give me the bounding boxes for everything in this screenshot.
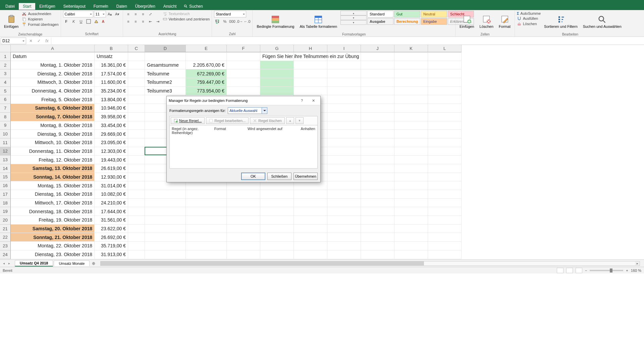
borders-button[interactable]	[85, 18, 92, 25]
group-label: Bearbeiten	[517, 32, 624, 37]
ribbon-tab-daten[interactable]: Daten	[112, 3, 131, 10]
formula-input[interactable]	[51, 38, 644, 44]
style-gut[interactable]: Gut	[394, 11, 420, 17]
italic-button[interactable]: K	[70, 18, 77, 25]
ribbon-tab-überprüfen[interactable]: Überprüfen	[131, 3, 159, 10]
close-button[interactable]: Schließen	[267, 173, 291, 180]
delete-cells-button[interactable]: Löschen	[478, 11, 496, 32]
move-rule-down-button[interactable]: ▼	[296, 117, 304, 124]
svg-rect-2	[10, 15, 13, 17]
sort-filter-button[interactable]: Sortieren und Filtern	[542, 11, 580, 32]
conditional-formatting-rules-manager-dialog: Manager für Regeln zur bedingten Formati…	[166, 96, 321, 182]
ribbon-tab-seitenlayout[interactable]: Seitenlayout	[59, 3, 90, 10]
view-page-layout-button[interactable]	[566, 268, 573, 273]
zoom-level[interactable]: 160 %	[631, 268, 641, 273]
copy-button[interactable]: Kopieren	[22, 17, 58, 21]
fill-button[interactable]: Ausfüllen	[517, 16, 541, 21]
cut-button[interactable]: Ausschneiden	[22, 11, 58, 16]
new-sheet-button[interactable]: ⊕	[90, 260, 97, 266]
shrink-font-button[interactable]: A▾	[114, 11, 121, 17]
worksheet-grid[interactable]: ABCDEFGHIJKL 123456789101112131415161718…	[0, 45, 644, 259]
zoom-in-button[interactable]: +	[626, 268, 628, 273]
ribbon-tab-datei[interactable]: Datei	[1, 3, 19, 10]
cancel-formula-icon[interactable]: ✕	[27, 38, 35, 44]
dialog-close-button[interactable]: ✕	[308, 98, 318, 104]
style-ausgabe[interactable]: Ausgabe	[367, 18, 393, 25]
align-center-button[interactable]: ≡	[132, 18, 139, 25]
style-standard[interactable]: Standard	[367, 11, 393, 17]
tell-me-search[interactable]: Suchen	[180, 4, 206, 9]
inc-decimal-button[interactable]: .0→	[236, 18, 243, 25]
format-as-table-button[interactable]: Als Tabelle formatieren	[298, 11, 339, 32]
indent-inc-button[interactable]: ⇥	[155, 18, 161, 25]
format-cells-button[interactable]: Format	[497, 11, 513, 32]
group-label: Ausrichtung	[125, 32, 210, 37]
font-name-combo[interactable]: Calibri	[63, 11, 93, 17]
underline-button[interactable]: U	[78, 18, 85, 25]
ribbon-tab-start[interactable]: Start	[19, 3, 35, 10]
percent-button[interactable]: %	[221, 18, 228, 25]
group-cells: Einfügen Löschen Format Zellen	[455, 10, 515, 37]
align-top-button[interactable]: ≡	[125, 11, 132, 17]
indent-dec-button[interactable]: ⇤	[147, 18, 154, 25]
ribbon-tab-einfügen[interactable]: Einfügen	[35, 3, 59, 10]
name-box[interactable]: D12	[1, 38, 26, 44]
accounting-button[interactable]: 💱	[214, 18, 221, 25]
orientation-button[interactable]: ⤢	[147, 11, 154, 17]
move-rule-up-button[interactable]: ▲	[286, 117, 294, 124]
find-select-button[interactable]: Suchen und Auswählen	[581, 11, 624, 32]
zoom-out-button[interactable]: −	[585, 268, 587, 273]
paste-button[interactable]: Einfügen	[2, 11, 20, 32]
show-rules-for-combo[interactable]: Aktuelle Auswahl	[228, 107, 267, 114]
cell-styles-gallery[interactable]: Standard Gut Neutral Schlecht ▴▾▾ Ausgab…	[340, 11, 453, 25]
gallery-up[interactable]: ▴	[340, 11, 367, 15]
edit-rule-button[interactable]: Regel bearbeiten...	[206, 117, 249, 124]
dec-decimal-button[interactable]: ←.0	[244, 18, 250, 25]
ribbon-tab-ansicht[interactable]: Ansicht	[159, 3, 180, 10]
comma-button[interactable]: 000	[229, 18, 235, 25]
ok-button[interactable]: OK	[241, 173, 265, 180]
ribbon-tab-formeln[interactable]: Formeln	[90, 3, 112, 10]
format-painter-button[interactable]: Format übertragen	[22, 22, 58, 27]
view-normal-button[interactable]	[557, 268, 564, 273]
zoom-slider[interactable]	[590, 270, 623, 271]
clear-button[interactable]: Löschen	[517, 21, 541, 26]
view-page-break-button[interactable]	[576, 268, 582, 273]
enter-formula-icon[interactable]: ✓	[35, 38, 43, 44]
align-left-button[interactable]: ≡	[125, 18, 132, 25]
style-berechnung[interactable]: Berechnung	[394, 18, 420, 25]
sheet-nav[interactable]: ◂▸	[1, 261, 11, 265]
style-eingabe[interactable]: Eingabe	[421, 18, 447, 25]
window-titlebar	[0, 0, 644, 3]
align-middle-button[interactable]: ≡	[132, 11, 139, 17]
col-format: Format	[214, 127, 248, 135]
group-number: Standard 💱 % 000 .0→ ←.0 Zahl	[212, 10, 253, 37]
gallery-more[interactable]: ▾	[340, 20, 367, 25]
new-rule-button[interactable]: Neue Regel...	[171, 117, 205, 124]
dialog-help-button[interactable]: ?	[297, 98, 307, 104]
sheet-tab-1[interactable]: Umsatz Q4 2018	[15, 260, 53, 266]
col-stop: Anhalten	[301, 127, 315, 135]
wrap-text-button[interactable]: Textumbruch	[163, 11, 210, 16]
number-format-combo[interactable]: Standard	[214, 11, 246, 17]
font-size-combo[interactable]: 11	[94, 11, 106, 17]
gallery-down[interactable]: ▾	[340, 15, 367, 20]
style-neutral[interactable]: Neutral	[421, 11, 447, 17]
insert-function-icon[interactable]: fx	[43, 38, 51, 44]
rules-list[interactable]: Regel (in angez. Reihenfolge) Format Wir…	[169, 125, 318, 169]
apply-button[interactable]: Übernehmen	[293, 173, 318, 180]
fill-color-button[interactable]	[93, 18, 99, 25]
autosum-button[interactable]: ΣAutoSumme	[517, 11, 541, 15]
font-color-button[interactable]: A	[100, 18, 107, 25]
align-right-button[interactable]: ≡	[140, 18, 147, 25]
delete-rule-button[interactable]: Regel löschen	[250, 117, 285, 124]
show-rules-for-label: Formatierungsregeln anzeigen für:	[169, 109, 226, 113]
sheet-tab-2[interactable]: Umsatz Monate	[54, 260, 90, 266]
bold-button[interactable]: F	[63, 18, 70, 25]
merge-center-button[interactable]: Verbinden und zentrieren	[163, 17, 210, 21]
grow-font-button[interactable]: A▴	[107, 11, 113, 17]
align-bottom-button[interactable]: ≡	[140, 11, 147, 17]
conditional-formatting-button[interactable]: Bedingte Formatierung	[255, 11, 296, 32]
horizontal-scrollbar[interactable]: ◂▸	[100, 261, 640, 266]
insert-cells-button[interactable]: Einfügen	[458, 11, 476, 32]
